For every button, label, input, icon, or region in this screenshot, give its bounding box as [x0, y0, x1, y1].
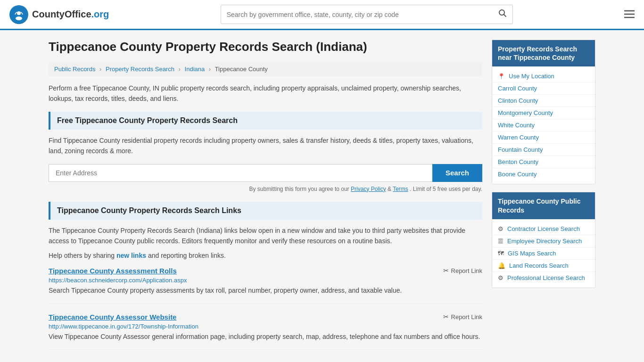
report-icon-1: ✂ [443, 313, 449, 321]
public-records-item-1: ☰ Employee Directory Search [492, 235, 595, 247]
public-records-item-0: ⚙ Contractor License Search [492, 223, 595, 235]
svg-point-1 [17, 11, 21, 15]
link-title-0[interactable]: Tippecanoe County Assessment Rolls [49, 267, 177, 275]
use-my-location-link[interactable]: Use My Location [509, 73, 554, 80]
links-section-heading: Tippecanoe County Property Records Searc… [49, 202, 482, 220]
gis-maps-link[interactable]: GIS Maps Search [508, 250, 556, 257]
free-search-description: Find Tippecanoe County residential prope… [49, 135, 482, 156]
share-prefix: Help others by sharing [49, 252, 115, 259]
terms-link[interactable]: Terms [393, 186, 408, 192]
county-link-0[interactable]: Carroll County [498, 85, 537, 92]
county-item-6: Benton County [492, 156, 595, 168]
employee-directory-link[interactable]: Employee Directory Search [507, 238, 582, 245]
links-section: Tippecanoe County Property Records Searc… [49, 202, 482, 350]
location-icon: 📍 [498, 73, 505, 80]
county-item-2: Montgomery County [492, 107, 595, 119]
county-link-3[interactable]: White County [498, 122, 535, 129]
link-desc-0: Search Tippecanoe County property assess… [49, 286, 482, 296]
county-link-5[interactable]: Fountain County [498, 146, 543, 153]
link-item-header-0: Tippecanoe County Assessment Rolls ✂ Rep… [49, 267, 482, 275]
breadcrumb-sep-1: › [99, 66, 101, 73]
breadcrumb-sep-3: › [209, 66, 211, 73]
gis-icon: 🗺 [498, 250, 504, 257]
report-link-0[interactable]: ✂ Report Link [443, 267, 482, 274]
link-desc-1: View Tippecanoe County Assessor general … [49, 332, 482, 342]
contractor-license-link[interactable]: Contractor License Search [507, 225, 580, 232]
nearby-section-header: Property Records Search near Tippecanoe … [492, 40, 595, 66]
land-icon: 🔔 [498, 262, 505, 269]
public-records-list: ⚙ Contractor License Search ☰ Employee D… [492, 219, 595, 288]
public-records-section-header: Tippecanoe County Public Records [492, 192, 595, 219]
county-item-5: Fountain County [492, 144, 595, 156]
public-records-item-3: 🔔 Land Records Search [492, 260, 595, 272]
svg-point-2 [16, 16, 22, 20]
public-records-section: Tippecanoe County Public Records ⚙ Contr… [492, 192, 595, 288]
county-link-2[interactable]: Montgomery County [498, 109, 553, 116]
employee-icon: ☰ [498, 238, 504, 245]
svg-line-4 [504, 15, 506, 17]
county-item-7: Boone County [492, 168, 595, 180]
county-item-4: Warren County [492, 132, 595, 144]
address-input[interactable] [49, 164, 432, 182]
page-description: Perform a free Tippecanoe County, IN pub… [49, 83, 482, 104]
free-search-heading: Free Tippecanoe County Property Records … [49, 112, 482, 130]
use-my-location-item[interactable]: 📍 Use My Location [492, 70, 595, 82]
free-search-section: Free Tippecanoe County Property Records … [49, 112, 482, 192]
global-search-bar [221, 5, 513, 24]
county-item-0: Carroll County [492, 82, 595, 95]
breadcrumb-sep-2: › [179, 66, 181, 73]
link-url-0[interactable]: https://beacon.schneidercorp.com/Applica… [49, 277, 482, 284]
nearby-counties-list: 📍 Use My Location Carroll County Clinton… [492, 66, 595, 184]
county-link-1[interactable]: Clinton County [498, 97, 538, 104]
logo-icon [9, 5, 28, 24]
county-item-1: Clinton County [492, 95, 595, 107]
link-url-1[interactable]: http://www.tippecanoe.in.gov/172/Townshi… [49, 323, 482, 330]
sidebar: Property Records Search near Tippecanoe … [492, 40, 595, 359]
contractor-icon: ⚙ [498, 225, 504, 232]
report-label-1: Report Link [451, 313, 482, 321]
public-records-item-4: ⚙ Professional License Search [492, 272, 595, 284]
main-container: Tippecanoe County Property Records Searc… [39, 40, 605, 359]
report-icon-0: ✂ [443, 267, 449, 274]
breadcrumb-indiana[interactable]: Indiana [185, 66, 205, 73]
breadcrumb: Public Records › Property Records Search… [49, 62, 482, 76]
global-search-input[interactable] [221, 7, 493, 22]
disclaimer-text: By submitting this form you agree to our [249, 186, 349, 192]
form-disclaimer: By submitting this form you agree to our… [49, 186, 482, 192]
link-item-1: Tippecanoe County Assessor Website ✂ Rep… [49, 313, 482, 350]
main-content: Tippecanoe County Property Records Searc… [49, 40, 482, 359]
menu-button[interactable] [624, 8, 635, 21]
breadcrumb-property-records[interactable]: Property Records Search [106, 66, 174, 73]
address-form: Search [49, 164, 482, 182]
breadcrumb-public-records[interactable]: Public Records [54, 66, 95, 73]
land-records-link[interactable]: Land Records Search [509, 262, 569, 269]
professional-icon: ⚙ [498, 274, 504, 281]
professional-license-link[interactable]: Professional License Search [507, 274, 585, 281]
link-item-0: Tippecanoe County Assessment Rolls ✂ Rep… [49, 267, 482, 304]
report-label-0: Report Link [451, 267, 482, 274]
privacy-link[interactable]: Privacy Policy [351, 186, 386, 192]
logo-area: CountyOffice.org [9, 5, 109, 24]
page-title: Tippecanoe County Property Records Searc… [49, 40, 482, 54]
limit-text: . Limit of 5 free uses per day. [410, 186, 482, 192]
global-search-button[interactable] [493, 5, 512, 24]
logo-text: CountyOffice.org [32, 9, 109, 20]
county-link-7[interactable]: Boone County [498, 171, 537, 178]
county-item-3: White County [492, 119, 595, 132]
breadcrumb-current: Tippecanoe County [215, 66, 268, 73]
county-link-6[interactable]: Benton County [498, 158, 538, 165]
nearby-counties-section: Property Records Search near Tippecanoe … [492, 40, 595, 184]
share-links-text: Help others by sharing new links and rep… [49, 252, 482, 259]
link-title-1[interactable]: Tippecanoe County Assessor Website [49, 313, 176, 321]
address-search-button[interactable]: Search [432, 164, 482, 182]
share-suffix: and reporting broken links. [148, 252, 226, 259]
report-link-1[interactable]: ✂ Report Link [443, 313, 482, 321]
county-link-4[interactable]: Warren County [498, 134, 539, 141]
link-item-header-1: Tippecanoe County Assessor Website ✂ Rep… [49, 313, 482, 321]
links-description: The Tippecanoe County Property Records S… [49, 225, 482, 247]
public-records-item-2: 🗺 GIS Maps Search [492, 247, 595, 260]
site-header: CountyOffice.org [0, 0, 644, 30]
new-links-anchor[interactable]: new links [116, 252, 146, 259]
